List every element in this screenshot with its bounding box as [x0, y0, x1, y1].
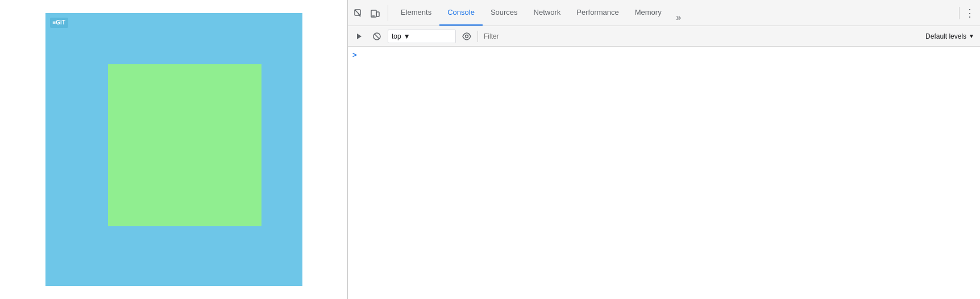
- tab-memory[interactable]: Memory: [627, 0, 670, 26]
- console-block-button[interactable]: [369, 29, 384, 44]
- devtools-panel: Elements Console Sources Network Perform…: [348, 0, 980, 299]
- more-tabs-button[interactable]: »: [671, 10, 687, 26]
- toolbar-icon-group: [350, 5, 388, 21]
- tab-elements[interactable]: Elements: [393, 0, 439, 26]
- context-value: top: [392, 32, 401, 40]
- console-toolbar: top ▼ Default levels ▼: [348, 26, 980, 47]
- tab-console[interactable]: Console: [439, 0, 483, 26]
- default-levels-button[interactable]: Default levels ▼: [923, 30, 977, 43]
- console-clear-button[interactable]: [351, 29, 366, 44]
- tab-sources[interactable]: Sources: [483, 0, 526, 26]
- live-expressions-button[interactable]: [459, 29, 474, 44]
- console-prompt-symbol: >: [352, 51, 357, 59]
- default-levels-label: Default levels: [925, 32, 966, 40]
- inspect-element-button[interactable]: [350, 5, 366, 21]
- devtools-tabs: Elements Console Sources Network Perform…: [393, 0, 687, 26]
- default-levels-arrow: ▼: [969, 33, 974, 39]
- svg-line-8: [375, 34, 380, 39]
- logo-badge: ≡GIT: [50, 18, 69, 28]
- console-toolbar-divider: [477, 31, 478, 42]
- console-output: >: [348, 47, 980, 299]
- svg-rect-4: [376, 12, 379, 16]
- filter-input[interactable]: [481, 30, 920, 43]
- svg-marker-6: [357, 34, 362, 39]
- menu-dots-icon: ⋮: [965, 8, 975, 18]
- toolbar-separator: [959, 7, 960, 19]
- svg-line-1: [355, 10, 358, 13]
- webpage-preview: ≡GIT: [0, 0, 348, 299]
- green-box: [108, 64, 261, 226]
- device-toolbar-button[interactable]: [367, 5, 383, 21]
- tab-performance[interactable]: Performance: [568, 0, 626, 26]
- devtools-toolbar: Elements Console Sources Network Perform…: [348, 0, 980, 26]
- devtools-menu-button[interactable]: ⋮: [962, 5, 978, 21]
- tab-network[interactable]: Network: [526, 0, 569, 26]
- context-dropdown-arrow: ▼: [404, 32, 410, 40]
- context-selector[interactable]: top ▼: [388, 30, 456, 43]
- webpage-canvas: ≡GIT: [45, 13, 302, 286]
- svg-point-9: [466, 35, 468, 38]
- console-prompt-line[interactable]: >: [348, 49, 980, 61]
